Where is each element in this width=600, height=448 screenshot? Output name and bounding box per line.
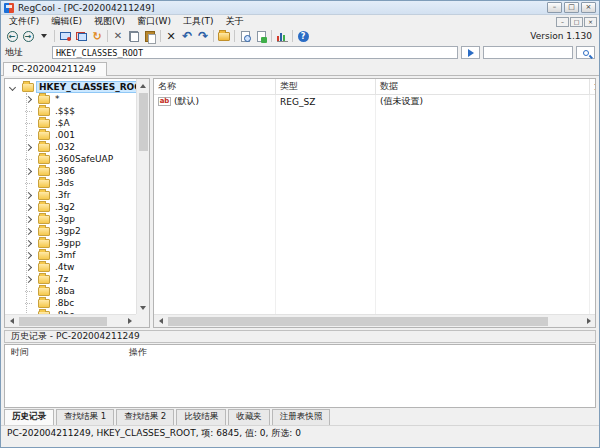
toolbar-separator (107, 30, 108, 42)
column-header[interactable]: 名称 (154, 79, 276, 94)
mdi-minimize-button[interactable]: – (556, 17, 569, 27)
report-button[interactable] (274, 29, 290, 43)
favorites-button[interactable] (216, 29, 232, 43)
folder-icon (38, 131, 50, 140)
refresh-button[interactable]: ↻ (89, 29, 105, 43)
tree-item[interactable]: .386 (5, 165, 136, 177)
value-list-panel: 名称类型数据大 ab(默认)REG_SZ(值未设置) (153, 78, 596, 328)
menu-item[interactable]: 工具(T) (177, 15, 220, 28)
tree-item[interactable]: .$A (5, 117, 136, 129)
undo-button[interactable]: ↶ (179, 29, 195, 43)
scrollbar-thumb[interactable] (139, 93, 148, 151)
bottom-tab[interactable]: 查找结果 1 (56, 409, 114, 425)
tree-item[interactable]: .3gp2 (5, 225, 136, 237)
tree-item[interactable]: .8bc (5, 297, 136, 309)
tree-horizontal-scrollbar[interactable] (5, 314, 136, 327)
maximize-button[interactable]: □ (564, 2, 579, 13)
tree-item[interactable]: .360SafeUAP (5, 153, 136, 165)
scrollbar-thumb[interactable] (19, 317, 107, 326)
tree-item[interactable]: .032 (5, 141, 136, 153)
menu-item[interactable]: 编辑(E) (45, 15, 88, 28)
scroll-left-icon[interactable] (5, 315, 18, 328)
back-button[interactable]: ← (4, 29, 20, 43)
folder-icon (38, 275, 50, 284)
history-header: 时间 操作 (5, 345, 595, 360)
status-text: PC-202004211249, HKEY_CLASSES_ROOT, 项: 6… (7, 427, 301, 440)
tree-item[interactable]: .3ds (5, 177, 136, 189)
tree-item-label: .386 (53, 166, 77, 176)
minimize-button[interactable]: – (547, 2, 562, 13)
scroll-left-icon[interactable] (154, 315, 167, 328)
value-row[interactable]: ab(默认)REG_SZ(值未设置) (154, 95, 595, 108)
tree-item[interactable]: .7z (5, 273, 136, 285)
redo-button[interactable]: ↷ (195, 29, 211, 43)
bottom-tab[interactable]: 注册表快照 (272, 409, 331, 425)
column-divider (375, 95, 376, 314)
folder-icon (38, 311, 50, 315)
close-button[interactable]: × (581, 2, 596, 13)
tree-item[interactable]: .3gp (5, 213, 136, 225)
menu-item[interactable]: 文件(F) (3, 15, 45, 28)
column-header[interactable]: 类型 (276, 79, 376, 94)
history-column-operation[interactable]: 操作 (123, 345, 595, 360)
tree-item[interactable]: .3gpp (5, 237, 136, 249)
mdi-close-button[interactable]: × (584, 17, 597, 27)
paste-icon (145, 31, 155, 42)
cut-icon: ✕ (114, 31, 122, 41)
column-header[interactable]: 大 (590, 79, 596, 94)
tree-item[interactable]: .$$$ (5, 105, 136, 117)
bottom-tab[interactable]: 查找结果 2 (116, 409, 174, 425)
folder-icon (38, 119, 50, 128)
menu-item[interactable]: 视图(V) (88, 15, 131, 28)
help-button[interactable]: ? (295, 29, 311, 43)
snapshot-icon (257, 31, 266, 42)
tree-item[interactable]: .8ba (5, 285, 136, 297)
history-caption: 历史记录 - PC-202004211249 (4, 330, 596, 343)
folder-icon (38, 167, 50, 176)
regcool-window: RegCool - [PC-202004211249] – □ × 文件(F)编… (0, 0, 600, 448)
favorites-icon (218, 32, 230, 41)
column-header[interactable]: 数据 (376, 79, 590, 94)
snapshot-button[interactable] (253, 29, 269, 43)
forward-button[interactable]: → (20, 29, 36, 43)
search-input[interactable] (483, 46, 573, 59)
tree-item[interactable]: .3g2 (5, 201, 136, 213)
tree-vertical-scrollbar[interactable] (136, 79, 149, 314)
history-column-time[interactable]: 时间 (5, 345, 123, 360)
remote-button[interactable] (57, 29, 73, 43)
copy-button[interactable] (126, 29, 142, 43)
list-horizontal-scrollbar[interactable] (154, 314, 595, 327)
tree-item[interactable]: .8be (5, 309, 136, 314)
delete-button[interactable]: ✕ (163, 29, 179, 43)
scroll-up-icon[interactable] (137, 79, 150, 92)
menu-item[interactable]: 窗口(W) (131, 15, 177, 28)
tree-item[interactable]: HKEY_CLASSES_ROOT (5, 81, 136, 93)
toolbar-icons: ←→↻✕✕↶↷? (4, 29, 311, 43)
list-body: ab(默认)REG_SZ(值未设置) (154, 95, 595, 314)
dropdown-button[interactable] (36, 29, 52, 43)
go-button[interactable] (461, 46, 480, 59)
find-page-button[interactable] (237, 29, 253, 43)
address-input[interactable] (52, 46, 458, 59)
scrollbar-thumb[interactable] (168, 317, 548, 326)
bottom-tab[interactable]: 比较结果 (176, 409, 226, 425)
search-button[interactable] (576, 46, 595, 59)
scroll-down-icon[interactable] (137, 301, 150, 314)
compare-button[interactable] (73, 29, 89, 43)
paste-button[interactable] (142, 29, 158, 43)
scroll-right-icon[interactable] (123, 315, 136, 328)
bottom-tab[interactable]: 历史记录 (4, 409, 54, 425)
chevron-down-icon[interactable] (8, 83, 15, 90)
tree-item[interactable]: .001 (5, 129, 136, 141)
tree-item[interactable]: .3mf (5, 249, 136, 261)
bottom-tab[interactable]: 收藏夹 (228, 409, 270, 425)
tree-item[interactable]: .3fr (5, 189, 136, 201)
scroll-right-icon[interactable] (582, 315, 595, 328)
tree-item-label: .3fr (53, 190, 72, 200)
tree-item[interactable]: .4tw (5, 261, 136, 273)
menu-item[interactable]: 关于 (220, 15, 250, 28)
tab-pc-202004211249[interactable]: PC-202004211249 (3, 62, 107, 76)
tree-item[interactable]: * (5, 93, 136, 105)
mdi-restore-button[interactable]: □ (570, 17, 583, 27)
cut-button[interactable]: ✕ (110, 29, 126, 43)
